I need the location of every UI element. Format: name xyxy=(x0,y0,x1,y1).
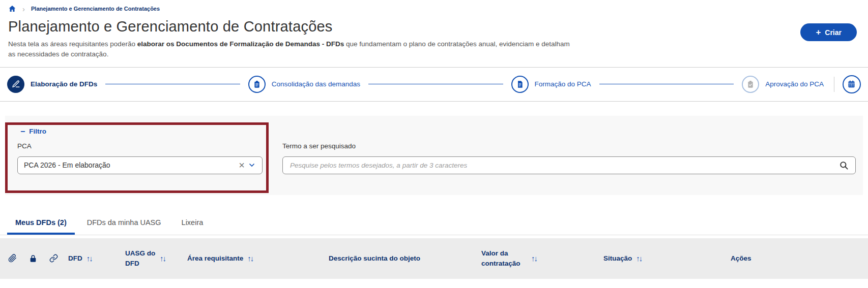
step-label: Formação do PCA xyxy=(535,80,591,88)
minus-icon: − xyxy=(20,127,25,136)
column-header-situacao[interactable]: Situação ↑↓ xyxy=(603,254,731,263)
sort-icon[interactable]: ↑↓ xyxy=(160,254,165,263)
tab-meus-dfds[interactable]: Meus DFDs (2) xyxy=(7,211,75,235)
chevron-down-icon[interactable] xyxy=(248,161,256,169)
document-edit-icon xyxy=(7,76,24,93)
column-header-descricao: Descrição sucinta do objeto xyxy=(329,254,481,262)
pca-label: PCA xyxy=(17,142,32,150)
home-icon[interactable] xyxy=(8,5,16,13)
chevron-right-icon: › xyxy=(22,5,25,13)
step-consolidacao-demandas[interactable]: Consolidação das demandas xyxy=(248,76,360,93)
vertical-divider xyxy=(834,77,834,92)
tab-dfds-minha-uasg[interactable]: DFDs da minha UASG xyxy=(79,211,169,235)
step-label: Consolidação das demandas xyxy=(272,80,360,88)
step-connector xyxy=(599,84,734,84)
paperclip-icon xyxy=(8,254,17,263)
column-header-area-requisitante[interactable]: Área requisitante ↑↓ xyxy=(187,254,329,263)
step-aprovacao-pca[interactable]: Aprovação do PCA xyxy=(742,76,824,93)
step-label: Elaboração de DFDs xyxy=(31,80,97,88)
calendar-icon xyxy=(847,80,856,88)
clipboard-list-icon xyxy=(248,76,266,93)
column-label: Situação xyxy=(603,254,632,262)
filter-panel: − Filtro PCA PCA 2026 - Em elaboração × … xyxy=(5,116,863,195)
column-header-acoes: Ações xyxy=(731,254,868,262)
filter-collapse-toggle[interactable]: − Filtro xyxy=(20,127,46,136)
breadcrumb: › Planejamento e Gerenciamento de Contra… xyxy=(0,0,868,15)
column-header-valor-contratacao[interactable]: Valor da contratação ↑↓ xyxy=(481,248,603,268)
description-prefix: Nesta tela as áreas requisitantes poderã… xyxy=(8,40,137,48)
filter-title: Filtro xyxy=(29,127,46,135)
pca-select-value: PCA 2026 - Em elaboração xyxy=(24,161,236,169)
document-lines-icon xyxy=(511,76,529,93)
column-label: Valor da contratação xyxy=(481,248,527,268)
step-elaboracao-dfds[interactable]: Elaboração de DFDs xyxy=(7,76,97,93)
create-button-label: Criar xyxy=(825,28,842,37)
calendar-button[interactable] xyxy=(843,75,861,93)
description-bold: elaborar os Documentos de Formalização d… xyxy=(137,40,344,48)
column-header-uasg-do-dfd[interactable]: UASG do DFD ↑↓ xyxy=(125,248,187,268)
column-header-dfd[interactable]: DFD ↑↓ xyxy=(68,254,125,263)
dfd-tabs: Meus DFDs (2) DFDs da minha UASG Lixeira xyxy=(0,211,868,235)
step-connector xyxy=(105,84,240,84)
step-connector xyxy=(368,84,503,84)
sort-icon[interactable]: ↑↓ xyxy=(636,254,642,263)
clipboard-check-icon xyxy=(742,76,759,93)
column-label: Descrição sucinta do objeto xyxy=(329,254,420,262)
create-button[interactable]: + Criar xyxy=(800,23,857,41)
sort-icon[interactable]: ↑↓ xyxy=(86,254,92,263)
search-wrap xyxy=(282,156,856,174)
sort-icon[interactable]: ↑↓ xyxy=(247,254,253,263)
sort-icon[interactable]: ↑↓ xyxy=(531,254,537,263)
step-label: Aprovação do PCA xyxy=(765,80,824,88)
step-formacao-pca[interactable]: Formação do PCA xyxy=(511,76,591,93)
column-label: UASG do DFD xyxy=(125,248,156,268)
header-icon-columns xyxy=(8,254,68,263)
pca-stepper: Elaboração de DFDs Consolidação das dema… xyxy=(0,68,868,101)
tab-lixeira[interactable]: Lixeira xyxy=(173,211,212,235)
plus-icon: + xyxy=(816,28,821,37)
search-input[interactable] xyxy=(282,156,856,174)
search-term-label: Termo a ser pesquisado xyxy=(282,142,356,150)
divider-bottom xyxy=(0,101,868,102)
clear-icon[interactable]: × xyxy=(236,160,248,170)
pca-select[interactable]: PCA 2026 - Em elaboração × xyxy=(17,156,263,174)
lock-icon xyxy=(29,254,37,263)
page-title: Planejamento e Gerenciamento de Contrata… xyxy=(8,18,578,35)
link-icon xyxy=(49,254,58,263)
column-label: Ações xyxy=(731,254,751,262)
search-icon[interactable] xyxy=(839,161,849,170)
page-header: Planejamento e Gerenciamento de Contrata… xyxy=(0,15,868,67)
dfd-table-header: DFD ↑↓ UASG do DFD ↑↓ Área requisitante … xyxy=(0,238,868,279)
column-label: DFD xyxy=(68,254,82,262)
page-description: Nesta tela as áreas requisitantes poderã… xyxy=(8,39,578,60)
breadcrumb-current: Planejamento e Gerenciamento de Contrata… xyxy=(31,6,160,12)
column-label: Área requisitante xyxy=(187,254,243,262)
